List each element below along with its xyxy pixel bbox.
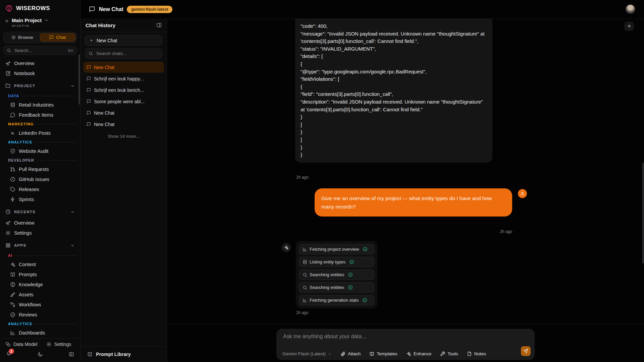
- sidebar-item-pull-requests[interactable]: Pull Requests: [0, 164, 80, 174]
- collapse-sidebar-icon[interactable]: [69, 352, 74, 357]
- chat-list-item[interactable]: New Chat: [83, 62, 164, 73]
- sidebar-item-prompts[interactable]: Prompts: [0, 269, 80, 280]
- chat-list-item-label: Some people were abl...: [94, 99, 145, 104]
- sidebar-item-settings[interactable]: Settings: [0, 228, 80, 238]
- prompt-library-label: Prompt Library: [96, 352, 131, 357]
- user-message-avatar: [518, 189, 527, 198]
- model-selector[interactable]: Gemini Flash (Latest): [282, 351, 332, 356]
- project-name: Main Project: [12, 17, 42, 23]
- prompt-library-button[interactable]: Prompt Library: [80, 346, 167, 362]
- tool-call-listing-entity-types[interactable]: Listing entity types: [299, 257, 374, 267]
- sidebar-item-dashboards[interactable]: Dashboards: [0, 328, 80, 338]
- sidebar-section-project[interactable]: PROJECT: [0, 80, 80, 92]
- sidebar-item-assets[interactable]: Assets: [0, 290, 80, 300]
- chat-search-input[interactable]: [96, 51, 159, 56]
- templates-button[interactable]: Templates: [369, 351, 397, 356]
- assistant-avatar: [282, 243, 291, 252]
- tool-call-searching-entities[interactable]: Searching entities: [299, 282, 374, 293]
- sidebar-item-notebook[interactable]: Notebook: [0, 68, 80, 78]
- chat-search[interactable]: [85, 48, 162, 59]
- error-code-line: {: [301, 60, 487, 68]
- scroll-to-top-button[interactable]: [625, 22, 634, 31]
- settings-link[interactable]: Settings: [46, 342, 71, 347]
- data-model-icon: [5, 342, 11, 347]
- sidebar-item-overview[interactable]: Overview: [0, 218, 80, 228]
- sidebar-search[interactable]: ⌘K: [3, 46, 77, 55]
- error-code-line: "description": "Invalid JSON payload rec…: [301, 98, 487, 106]
- chevron-down-icon: [328, 352, 332, 356]
- chat-list-item[interactable]: Some people were abl...: [83, 96, 164, 107]
- tools-button[interactable]: Tools: [440, 351, 458, 356]
- sidebar-item-label: Knowledge: [19, 282, 43, 287]
- browse-tab[interactable]: Browse: [5, 33, 40, 42]
- send-button[interactable]: [521, 346, 531, 356]
- check-circle-icon: [348, 272, 353, 277]
- group-label-analytics: ANALYTICS: [0, 320, 80, 328]
- sidebar-search-input[interactable]: [14, 48, 65, 53]
- chat-list-item[interactable]: Schrijf een leuk berich...: [83, 84, 164, 96]
- telescope-icon: [5, 220, 11, 226]
- sidebar-section-recents[interactable]: RECENTS: [0, 206, 80, 218]
- browse-tab-label: Browse: [18, 35, 33, 40]
- barchart-icon: [303, 247, 307, 252]
- sidebar-scrollbar[interactable]: [78, 54, 80, 105]
- tool-call-searching-entities[interactable]: Searching entities: [299, 269, 374, 280]
- sidebar-item-label: Settings: [14, 230, 32, 236]
- sidebar-item-feedback-items[interactable]: Feedback Items: [0, 110, 80, 120]
- paintbrush-icon: [10, 292, 15, 297]
- tool-call-fetching-generation-stats[interactable]: Fetching generation stats: [299, 295, 374, 305]
- chat-icon: [87, 99, 91, 104]
- content-row: Chat History New Chat New ChatSchrijf ee…: [80, 18, 644, 362]
- chat-list-item[interactable]: Schrijf een leuk happy...: [83, 73, 164, 84]
- pullrequest-icon: [10, 167, 15, 172]
- chat-list-item[interactable]: New Chat: [83, 107, 164, 118]
- sidebar-item-content[interactable]: Content: [0, 259, 80, 269]
- chevron-down-icon[interactable]: [44, 18, 49, 22]
- project-switcher[interactable]: Main Project WISEPIM: [0, 15, 80, 30]
- error-code-line: "fieldViolations": [: [301, 75, 487, 83]
- linkedin-icon: in: [10, 130, 15, 136]
- sidebar-item-workflows[interactable]: Workflows: [0, 300, 80, 310]
- sidebar-item-releases[interactable]: Releases: [0, 184, 80, 194]
- enhance-button[interactable]: Enhance: [406, 351, 431, 356]
- show-more-link[interactable]: Show 14 more...: [83, 130, 164, 142]
- arrow-up-icon: [627, 24, 632, 29]
- search-shortcut: ⌘K: [67, 49, 73, 53]
- sidebar-section-apps[interactable]: APPS: [0, 239, 80, 251]
- sparkles-icon: [284, 245, 289, 250]
- barchart-icon: [303, 298, 307, 303]
- chat-tab[interactable]: Chat: [40, 33, 76, 42]
- sidebar-item-reviews[interactable]: Reviews: [0, 310, 80, 320]
- tool-call-fetching-project-overview[interactable]: Fetching project overview: [299, 244, 374, 254]
- chevron-down-icon: [70, 243, 75, 248]
- bookopen-icon: [369, 351, 374, 356]
- message-input[interactable]: [282, 333, 518, 340]
- action-label: Enhance: [414, 351, 431, 356]
- sidebar-item-github-issues[interactable]: GitHub Issues: [0, 174, 80, 184]
- moon-icon[interactable]: [38, 352, 43, 357]
- section-label: RECENTS: [14, 210, 36, 214]
- collapse-history-icon[interactable]: [156, 22, 162, 28]
- sidebar-item-knowledge[interactable]: Knowledge: [0, 280, 80, 290]
- user-avatar[interactable]: [626, 4, 635, 14]
- notes-button[interactable]: Notes: [467, 351, 486, 356]
- new-chat-button[interactable]: New Chat: [85, 35, 162, 46]
- chat-list-item[interactable]: New Chat: [83, 119, 164, 130]
- chat-scrollbar[interactable]: [642, 163, 644, 263]
- chat-history-title: Chat History: [86, 22, 115, 28]
- sidebar-item-linkedin-posts[interactable]: inLinkedIn Posts: [0, 128, 80, 138]
- attach-button[interactable]: Attach: [340, 351, 361, 356]
- check-circle-icon: [348, 285, 353, 290]
- sidebar-item-overview[interactable]: Overview: [0, 58, 80, 68]
- right-column: New Chat gemini-flash-latest Chat Histor…: [80, 0, 644, 362]
- sidebar-item-sprints[interactable]: Sprints: [0, 194, 80, 204]
- compass-icon: [11, 35, 16, 40]
- error-code-line: }: [301, 144, 487, 152]
- sidebar-item-retail-industries[interactable]: Retail Industries: [0, 100, 80, 110]
- notifications-button[interactable]: 2: [6, 351, 11, 358]
- data-model-link[interactable]: Data Model: [5, 342, 38, 347]
- user-message-bubble: Give me an overview of my project — what…: [315, 188, 512, 217]
- sidebar-item-website-audit[interactable]: Website Audit: [0, 146, 80, 156]
- action-label: Templates: [377, 351, 397, 356]
- sidebar-item-label: LinkedIn Posts: [19, 130, 51, 136]
